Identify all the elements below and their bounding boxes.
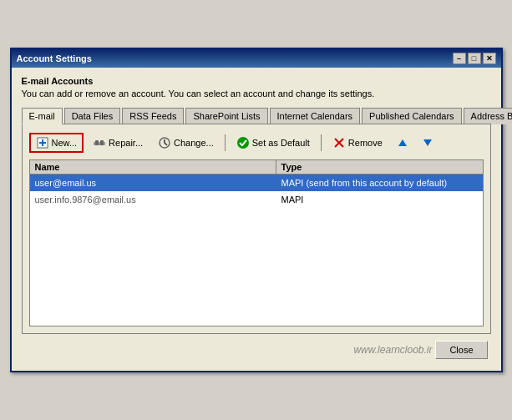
remove-button-label: Remove [348,138,383,148]
svg-marker-10 [398,139,407,146]
tab-internet-calendars[interactable]: Internet Calendars [270,108,361,124]
section-description: You can add or remove an account. You ca… [22,89,491,99]
tab-rss-feeds[interactable]: RSS Feeds [122,108,184,124]
change-icon [158,136,171,149]
row-type: MAPI (send from this account by default) [276,176,483,190]
window-controls: – □ ✕ [453,53,496,64]
tab-address-books[interactable]: Address Books [464,108,512,124]
title-bar: Account Settings – □ ✕ [12,49,501,68]
tab-published-calendars[interactable]: Published Calendars [362,108,462,124]
tab-sharepoint-lists[interactable]: SharePoint Lists [185,108,267,124]
section-title: E-mail Accounts [22,76,491,86]
new-icon [36,136,49,149]
watermark: www.learncloob.ir [353,344,432,356]
maximize-button[interactable]: □ [468,53,481,64]
row-name: user@email.us [30,176,276,190]
row-name: user.info.9876@email.us [30,193,276,206]
row-type: MAPI [276,193,483,206]
window-close-button[interactable]: ✕ [483,53,496,64]
window-title: Account Settings [17,53,92,63]
repair-button-label: Repair... [109,138,143,148]
up-arrow-icon [398,138,408,148]
tab-email[interactable]: E-mail [22,108,63,124]
svg-marker-11 [423,139,432,146]
change-button-label: Change... [174,138,214,148]
svg-point-7 [237,137,249,149]
toolbar-separator-2 [321,134,322,151]
remove-icon [332,136,346,149]
list-header: Name Type [30,160,483,175]
account-settings-window: Account Settings – □ ✕ E-mail Accounts Y… [10,48,503,372]
tab-data-files[interactable]: Data Files [64,108,121,124]
new-button[interactable]: New... [29,133,84,153]
set-default-button[interactable]: Set as Default [231,134,316,152]
window-body: E-mail Accounts You can add or remove an… [12,68,501,371]
tab-content: New... Repair... Change... [22,124,491,334]
bottom-bar: www.learncloob.ir Close [22,334,491,362]
repair-icon [93,136,106,149]
minimize-button[interactable]: – [453,53,466,64]
svg-rect-5 [100,140,104,145]
account-list: Name Type user@email.us MAPI (send from … [29,159,484,326]
toolbar: New... Repair... Change... [29,131,484,154]
repair-button[interactable]: Repair... [87,134,149,152]
tab-bar: E-mail Data Files RSS Feeds SharePoint L… [22,108,491,124]
change-button[interactable]: Change... [152,134,220,152]
toolbar-separator [225,134,226,151]
set-default-button-label: Set as Default [252,138,310,148]
remove-button[interactable]: Remove [327,134,388,152]
list-body: user@email.us MAPI (send from this accou… [30,175,483,208]
list-item[interactable]: user@email.us MAPI (send from this accou… [30,175,483,191]
move-up-button[interactable] [392,135,413,150]
set-default-icon [236,136,250,149]
new-button-label: New... [52,138,78,148]
svg-rect-2 [39,142,46,144]
svg-rect-4 [95,140,99,145]
list-item[interactable]: user.info.9876@email.us MAPI [30,191,483,208]
column-header-name: Name [30,160,276,174]
column-header-type: Type [276,160,483,174]
close-dialog-button[interactable]: Close [435,341,487,359]
move-down-button[interactable] [417,135,438,150]
down-arrow-icon [423,138,433,148]
